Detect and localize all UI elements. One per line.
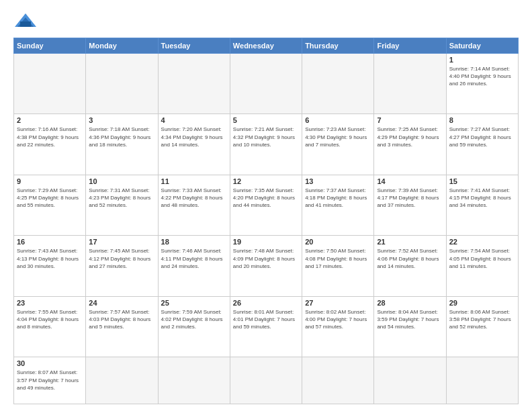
day-info: Sunrise: 7:45 AM Sunset: 4:12 PM Dayligh… <box>89 247 154 270</box>
calendar-cell <box>86 357 158 404</box>
day-number: 30 <box>17 359 83 367</box>
calendar-cell <box>230 54 302 114</box>
calendar-cell: 12Sunrise: 7:35 AM Sunset: 4:20 PM Dayli… <box>230 175 302 235</box>
day-info: Sunrise: 7:31 AM Sunset: 4:23 PM Dayligh… <box>89 187 154 210</box>
calendar-cell: 7Sunrise: 7:25 AM Sunset: 4:29 PM Daylig… <box>374 114 446 175</box>
logo <box>13 12 40 31</box>
calendar-cell: 10Sunrise: 7:31 AM Sunset: 4:23 PM Dayli… <box>86 175 158 235</box>
day-number: 24 <box>89 299 154 307</box>
day-header-sunday: Sunday <box>14 38 86 54</box>
calendar-cell: 15Sunrise: 7:41 AM Sunset: 4:15 PM Dayli… <box>446 175 518 235</box>
day-info: Sunrise: 7:46 AM Sunset: 4:11 PM Dayligh… <box>161 247 227 270</box>
day-number: 2 <box>17 116 83 124</box>
calendar-cell <box>230 357 302 404</box>
day-info: Sunrise: 7:59 AM Sunset: 4:02 PM Dayligh… <box>161 308 227 331</box>
calendar-cell <box>158 54 230 114</box>
day-header-tuesday: Tuesday <box>158 38 230 54</box>
day-number: 7 <box>377 116 443 124</box>
calendar-week-2: 9Sunrise: 7:29 AM Sunset: 4:25 PM Daylig… <box>14 175 519 235</box>
calendar-cell: 11Sunrise: 7:33 AM Sunset: 4:22 PM Dayli… <box>158 175 230 235</box>
calendar-cell: 13Sunrise: 7:37 AM Sunset: 4:18 PM Dayli… <box>302 175 374 235</box>
logo-icon <box>13 12 38 31</box>
day-number: 15 <box>449 177 515 185</box>
day-number: 23 <box>17 299 83 307</box>
day-info: Sunrise: 7:57 AM Sunset: 4:03 PM Dayligh… <box>89 308 154 331</box>
day-info: Sunrise: 7:54 AM Sunset: 4:05 PM Dayligh… <box>449 247 515 270</box>
calendar-cell: 6Sunrise: 7:23 AM Sunset: 4:30 PM Daylig… <box>302 114 374 175</box>
day-info: Sunrise: 8:04 AM Sunset: 3:59 PM Dayligh… <box>377 308 443 331</box>
calendar-cell: 24Sunrise: 7:57 AM Sunset: 4:03 PM Dayli… <box>86 296 158 357</box>
calendar-cell: 26Sunrise: 8:01 AM Sunset: 4:01 PM Dayli… <box>230 296 302 357</box>
day-info: Sunrise: 7:48 AM Sunset: 4:09 PM Dayligh… <box>233 247 299 270</box>
day-info: Sunrise: 7:21 AM Sunset: 4:32 PM Dayligh… <box>233 126 299 148</box>
svg-rect-2 <box>20 21 31 27</box>
day-number: 22 <box>449 238 515 246</box>
calendar-cell: 19Sunrise: 7:48 AM Sunset: 4:09 PM Dayli… <box>230 236 302 296</box>
calendar-cell: 8Sunrise: 7:27 AM Sunset: 4:27 PM Daylig… <box>446 114 518 175</box>
day-header-saturday: Saturday <box>446 38 518 54</box>
day-header-monday: Monday <box>86 38 158 54</box>
calendar-cell <box>302 357 374 404</box>
day-info: Sunrise: 7:41 AM Sunset: 4:15 PM Dayligh… <box>449 187 515 210</box>
day-header-wednesday: Wednesday <box>230 38 302 54</box>
calendar-week-0: 1Sunrise: 7:14 AM Sunset: 4:40 PM Daylig… <box>14 54 519 114</box>
calendar-cell <box>14 54 86 114</box>
day-number: 13 <box>305 177 371 185</box>
day-info: Sunrise: 8:07 AM Sunset: 3:57 PM Dayligh… <box>17 369 83 392</box>
day-info: Sunrise: 7:16 AM Sunset: 4:38 PM Dayligh… <box>17 126 83 148</box>
day-number: 9 <box>17 177 83 185</box>
day-number: 3 <box>89 116 154 124</box>
day-number: 8 <box>449 116 515 124</box>
day-number: 29 <box>449 299 515 307</box>
page: SundayMondayTuesdayWednesdayThursdayFrid… <box>0 0 532 411</box>
calendar-header-row: SundayMondayTuesdayWednesdayThursdayFrid… <box>14 38 519 54</box>
calendar-cell <box>446 357 518 404</box>
calendar-cell <box>302 54 374 114</box>
day-number: 16 <box>17 238 83 246</box>
day-number: 26 <box>233 299 299 307</box>
calendar-cell: 30Sunrise: 8:07 AM Sunset: 3:57 PM Dayli… <box>14 357 86 404</box>
day-info: Sunrise: 7:27 AM Sunset: 4:27 PM Dayligh… <box>449 126 515 148</box>
header <box>13 12 519 31</box>
calendar-cell <box>86 54 158 114</box>
day-info: Sunrise: 8:01 AM Sunset: 4:01 PM Dayligh… <box>233 308 299 331</box>
calendar-cell: 28Sunrise: 8:04 AM Sunset: 3:59 PM Dayli… <box>374 296 446 357</box>
day-number: 17 <box>89 238 154 246</box>
calendar-cell: 14Sunrise: 7:39 AM Sunset: 4:17 PM Dayli… <box>374 175 446 235</box>
calendar-table: SundayMondayTuesdayWednesdayThursdayFrid… <box>13 38 519 404</box>
day-number: 27 <box>305 299 371 307</box>
day-info: Sunrise: 7:14 AM Sunset: 4:40 PM Dayligh… <box>449 65 515 88</box>
calendar-cell: 3Sunrise: 7:18 AM Sunset: 4:36 PM Daylig… <box>86 114 158 175</box>
calendar-cell <box>158 357 230 404</box>
calendar-week-1: 2Sunrise: 7:16 AM Sunset: 4:38 PM Daylig… <box>14 114 519 175</box>
day-info: Sunrise: 8:06 AM Sunset: 3:58 PM Dayligh… <box>449 308 515 331</box>
day-number: 10 <box>89 177 154 185</box>
day-info: Sunrise: 7:29 AM Sunset: 4:25 PM Dayligh… <box>17 187 83 210</box>
day-number: 21 <box>377 238 443 246</box>
day-number: 12 <box>233 177 299 185</box>
day-info: Sunrise: 7:43 AM Sunset: 4:13 PM Dayligh… <box>17 247 83 270</box>
calendar-week-3: 16Sunrise: 7:43 AM Sunset: 4:13 PM Dayli… <box>14 236 519 296</box>
day-info: Sunrise: 7:25 AM Sunset: 4:29 PM Dayligh… <box>377 126 443 148</box>
day-number: 25 <box>161 299 227 307</box>
day-header-friday: Friday <box>374 38 446 54</box>
calendar-cell: 21Sunrise: 7:52 AM Sunset: 4:06 PM Dayli… <box>374 236 446 296</box>
day-info: Sunrise: 7:18 AM Sunset: 4:36 PM Dayligh… <box>89 126 154 148</box>
calendar-cell: 20Sunrise: 7:50 AM Sunset: 4:08 PM Dayli… <box>302 236 374 296</box>
day-info: Sunrise: 7:39 AM Sunset: 4:17 PM Dayligh… <box>377 187 443 210</box>
day-number: 5 <box>233 116 299 124</box>
day-info: Sunrise: 7:20 AM Sunset: 4:34 PM Dayligh… <box>161 126 227 148</box>
day-number: 20 <box>305 238 371 246</box>
calendar-cell: 23Sunrise: 7:55 AM Sunset: 4:04 PM Dayli… <box>14 296 86 357</box>
day-info: Sunrise: 7:52 AM Sunset: 4:06 PM Dayligh… <box>377 247 443 270</box>
day-number: 28 <box>377 299 443 307</box>
calendar-cell: 22Sunrise: 7:54 AM Sunset: 4:05 PM Dayli… <box>446 236 518 296</box>
calendar-cell: 29Sunrise: 8:06 AM Sunset: 3:58 PM Dayli… <box>446 296 518 357</box>
calendar-week-4: 23Sunrise: 7:55 AM Sunset: 4:04 PM Dayli… <box>14 296 519 357</box>
day-number: 18 <box>161 238 227 246</box>
calendar-cell <box>374 357 446 404</box>
day-info: Sunrise: 7:37 AM Sunset: 4:18 PM Dayligh… <box>305 187 371 210</box>
calendar-cell: 2Sunrise: 7:16 AM Sunset: 4:38 PM Daylig… <box>14 114 86 175</box>
calendar-cell: 27Sunrise: 8:02 AM Sunset: 4:00 PM Dayli… <box>302 296 374 357</box>
calendar-cell: 25Sunrise: 7:59 AM Sunset: 4:02 PM Dayli… <box>158 296 230 357</box>
